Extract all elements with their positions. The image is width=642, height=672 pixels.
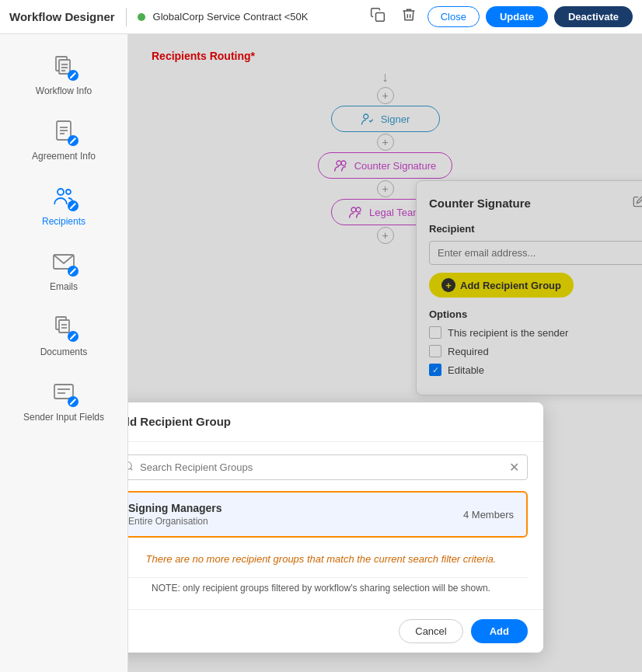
sidebar-item-documents[interactable]: Documents: [0, 303, 127, 365]
deactivate-button[interactable]: Deactivate: [554, 6, 633, 27]
search-clear-button[interactable]: ✕: [509, 460, 519, 475]
badge-edit-icon5: [69, 333, 77, 340]
group-name: Signing Managers: [128, 502, 222, 514]
workflow-info-icon-wrap: [47, 50, 80, 82]
sidebar-item-agreement-info[interactable]: Agreement Info: [0, 107, 127, 169]
close-button[interactable]: Close: [427, 6, 480, 27]
search-input[interactable]: [140, 461, 503, 473]
sidebar-item-recipients[interactable]: Recipients: [0, 172, 127, 235]
no-more-groups-text: There are no more recipient groups that …: [128, 545, 528, 573]
sidebar-label-recipients: Recipients: [42, 216, 85, 227]
contract-name: GlobalCorp Service Contract <50K: [153, 11, 358, 23]
documents-badge: [68, 331, 79, 342]
svg-rect-14: [59, 320, 69, 333]
sidebar-item-emails[interactable]: Emails: [0, 238, 127, 300]
modal-title: Add Recipient Group: [128, 415, 231, 428]
sidebar-label-workflow-info: Workflow Info: [36, 85, 92, 96]
sidebar-label-sender-input: Sender Input Fields: [23, 412, 104, 423]
agreement-info-badge: [68, 135, 79, 146]
group-info: Signing Managers Entire Organisation: [128, 502, 222, 527]
modal-header: Add Recipient Group: [128, 402, 543, 442]
recipient-group-item-signing-managers[interactable]: Signing Managers Entire Organisation 4 M…: [128, 491, 528, 538]
modal-body: ✕ Signing Managers Entire Organisation 4…: [128, 442, 543, 609]
topbar-divider: [126, 8, 127, 26]
documents-icon-wrap: [47, 311, 80, 343]
badge-edit-icon2: [69, 137, 77, 144]
search-icon: [128, 461, 134, 474]
badge-edit-icon6: [69, 398, 77, 406]
recipients-icon-wrap: [47, 180, 80, 213]
topbar-actions: Close Update Deactivate: [365, 4, 633, 30]
workflow-info-badge: [68, 70, 79, 81]
copy-icon-button[interactable]: [365, 4, 390, 30]
modal-add-button[interactable]: Add: [471, 619, 528, 643]
group-members: 4 Members: [463, 509, 514, 521]
delete-icon-button[interactable]: [396, 4, 421, 30]
svg-point-10: [58, 189, 64, 195]
topbar: Workflow Designer GlobalCorp Service Con…: [0, 0, 642, 34]
badge-edit-icon3: [69, 202, 77, 210]
main-layout: Workflow Info Agreement Info: [0, 34, 642, 672]
recipients-badge: [68, 200, 79, 211]
sender-input-icon-wrap: [47, 376, 80, 409]
group-sub: Entire Organisation: [128, 516, 222, 527]
update-button[interactable]: Update: [486, 6, 548, 27]
badge-edit-icon: [69, 71, 77, 79]
sidebar-label-agreement-info: Agreement Info: [32, 151, 96, 162]
agreement-info-icon-wrap: [47, 115, 80, 148]
modal-overlay: Add Recipient Group ✕: [128, 34, 642, 672]
modal-cancel-button[interactable]: Cancel: [399, 619, 462, 643]
emails-badge: [68, 266, 79, 277]
modal-footer: Cancel Add: [128, 609, 543, 653]
sender-input-badge: [68, 396, 79, 407]
status-dot: [138, 13, 145, 21]
emails-icon-wrap: [47, 245, 80, 278]
svg-point-11: [66, 190, 71, 194]
add-recipient-group-modal: Add Recipient Group ✕: [128, 402, 543, 653]
sidebar-label-emails: Emails: [50, 281, 78, 292]
sidebar: Workflow Info Agreement Info: [0, 34, 128, 672]
app-title: Workflow Designer: [9, 10, 115, 23]
sidebar-item-sender-input[interactable]: Sender Input Fields: [0, 368, 127, 430]
svg-rect-0: [375, 13, 384, 22]
note-text: NOTE: only recipient groups filtered by …: [128, 577, 528, 597]
badge-edit-icon4: [69, 267, 77, 275]
search-wrapper: ✕: [128, 454, 528, 480]
sidebar-item-workflow-info[interactable]: Workflow Info: [0, 42, 127, 104]
search-svg-icon: [128, 461, 134, 472]
svg-line-28: [131, 468, 133, 471]
sidebar-label-documents: Documents: [40, 346, 88, 357]
content-area: Recipients Routing* ↓ + Signer +: [128, 34, 642, 672]
